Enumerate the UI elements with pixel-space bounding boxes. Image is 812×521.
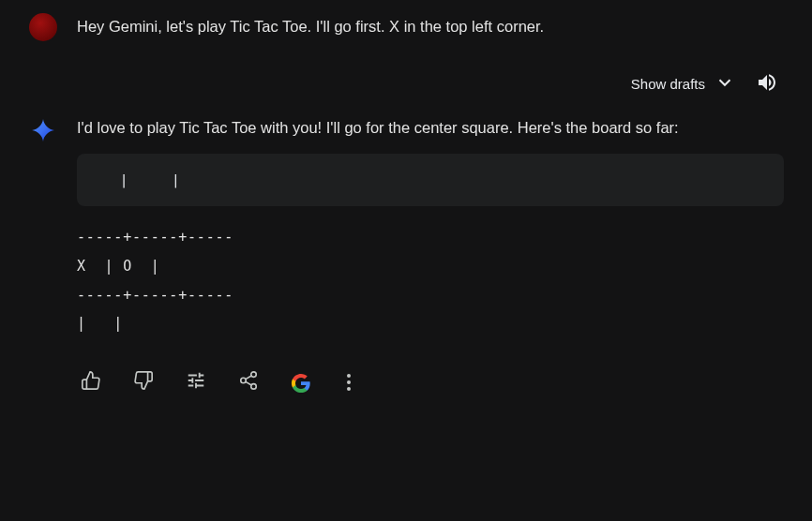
user-avatar-col	[28, 11, 58, 41]
drafts-row: Show drafts	[28, 67, 784, 100]
gemini-sparkle-icon	[30, 117, 56, 143]
user-avatar	[29, 13, 57, 41]
thumbs-up-button[interactable]	[77, 366, 105, 397]
user-content: Hey Gemini, let's play Tic Tac Toe. I'll…	[77, 11, 784, 41]
tune-button[interactable]	[182, 366, 210, 397]
gemini-avatar-col	[28, 115, 58, 397]
gemini-content: I'd love to play Tic Tac Toe with you! I…	[77, 115, 784, 397]
svg-line-4	[246, 376, 251, 380]
user-text: Hey Gemini, let's play Tic Tac Toe. I'll…	[77, 11, 784, 38]
share-button[interactable]	[234, 366, 263, 397]
tune-icon	[186, 370, 206, 394]
volume-up-icon	[756, 71, 778, 97]
thumbs-down-icon	[133, 370, 154, 394]
share-icon	[238, 370, 259, 394]
more-options-button[interactable]	[338, 368, 360, 396]
more-vert-icon	[341, 372, 356, 393]
svg-point-0	[251, 372, 257, 378]
svg-line-3	[246, 382, 251, 386]
chevron-down-icon	[714, 72, 735, 96]
code-block: | |	[77, 154, 784, 206]
response-text: I'd love to play Tic Tac Toe with you! I…	[77, 115, 784, 141]
google-button[interactable]	[287, 369, 313, 395]
google-g-icon	[291, 373, 309, 392]
show-drafts-label: Show drafts	[631, 76, 705, 92]
gemini-message: I'd love to play Tic Tac Toe with you! I…	[28, 115, 784, 397]
user-message: Hey Gemini, let's play Tic Tac Toe. I'll…	[28, 11, 784, 41]
thumbs-up-icon	[81, 370, 101, 394]
speaker-button[interactable]	[752, 67, 782, 100]
thumbs-down-button[interactable]	[129, 366, 158, 397]
svg-point-2	[251, 384, 257, 390]
show-drafts-button[interactable]: Show drafts	[631, 72, 735, 96]
board-text: -----+-----+----- X | O | -----+-----+--…	[77, 223, 784, 338]
svg-point-1	[241, 378, 247, 383]
action-bar	[77, 363, 784, 397]
